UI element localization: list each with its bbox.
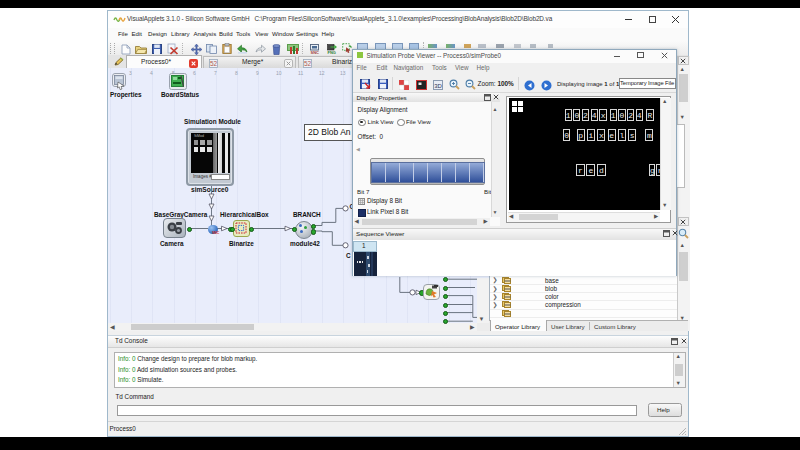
svg-text:3D: 3D — [434, 82, 442, 88]
svg-text:52: 52 — [304, 60, 312, 67]
svg-text:SNC: SNC — [310, 49, 319, 53]
svg-text:FNG: FNG — [327, 49, 335, 53]
svg-text:52: 52 — [210, 60, 218, 67]
